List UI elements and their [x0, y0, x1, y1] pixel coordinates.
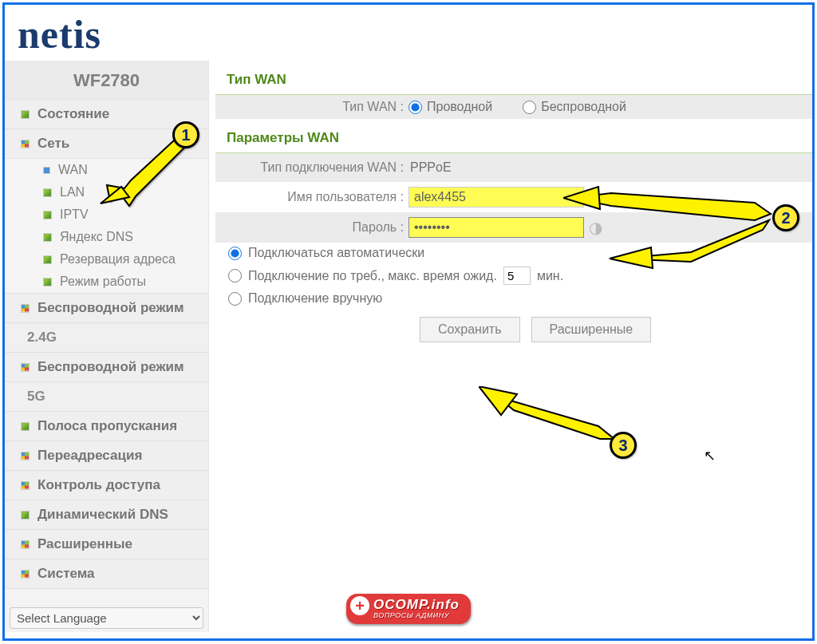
ondemand-minutes-input[interactable]: [503, 267, 531, 285]
radio-wireless[interactable]: Беспроводной: [523, 100, 626, 114]
sidebar-item-label: Беспроводной режим: [37, 359, 184, 375]
square-icon: [21, 452, 30, 460]
square-icon: [43, 278, 52, 286]
sidebar-item-24g[interactable]: 2.4G: [5, 323, 208, 353]
header: netis: [5, 5, 812, 61]
svg-marker-3: [563, 187, 600, 209]
sidebar-item-label: Расширенные: [37, 536, 132, 552]
sidebar-item-label: IPTV: [60, 207, 89, 222]
row-wan-type: Тип WAN : Проводной Беспроводной: [215, 95, 812, 119]
button-row: Сохранить Расширенные: [215, 309, 812, 342]
username-label: Имя пользователя :: [223, 190, 408, 204]
sidebar-item-workmode[interactable]: Режим работы: [5, 271, 208, 294]
radio-wireless-input[interactable]: [523, 101, 536, 114]
square-icon: [21, 304, 30, 313]
password-input[interactable]: [408, 217, 584, 238]
conn-type-label: Тип подключения WAN :: [223, 160, 408, 175]
svg-marker-2: [571, 193, 771, 220]
annotation-arrow-1: [93, 136, 188, 207]
sidebar-item-label: Беспроводной режим: [37, 300, 184, 316]
square-icon: [43, 167, 50, 174]
conn-type-select[interactable]: PPPoE: [408, 158, 453, 177]
sidebar-item-reservation[interactable]: Резервация адреса: [5, 248, 208, 271]
logo: netis: [13, 11, 804, 57]
username-input[interactable]: [408, 187, 584, 207]
sidebar-item-label: Резервация адреса: [60, 252, 176, 267]
square-icon: [21, 363, 30, 372]
main-panel: Тип WAN Тип WAN : Проводной Беспроводной…: [209, 61, 812, 632]
opt-manual[interactable]: Подключение вручную: [215, 288, 812, 309]
sidebar-item-yandexdns[interactable]: Яндекс DNS: [5, 226, 208, 248]
radio-wired-input[interactable]: [408, 101, 422, 114]
svg-marker-7: [479, 386, 517, 415]
annotation-marker-1: 1: [172, 121, 199, 148]
sidebar-item-label: Система: [37, 566, 95, 582]
watermark-title: OCOMP.info: [373, 597, 460, 612]
sidebar-item-label: Динамический DNS: [37, 507, 168, 523]
annotation-arrow-3: [479, 386, 630, 450]
sidebar-item-access[interactable]: Контроль доступа: [5, 471, 208, 500]
sidebar-item-label: WAN: [58, 163, 88, 177]
square-icon: [21, 140, 30, 148]
radio-auto[interactable]: [228, 247, 242, 260]
sidebar-item-forwarding[interactable]: Переадресация: [5, 441, 208, 471]
sidebar-item-wireless24[interactable]: Беспроводной режим: [5, 294, 208, 323]
annotation-marker-2: 2: [772, 204, 799, 231]
sidebar-item-ddns[interactable]: Динамический DNS: [5, 500, 208, 530]
model-label: WF2780: [5, 61, 208, 100]
watermark-subtitle: ВОПРОСЫ АДМИНУ: [373, 611, 460, 619]
row-conn-type: Тип подключения WAN : PPPoE: [215, 153, 812, 182]
password-label: Пароль :: [223, 220, 408, 235]
sidebar-item-5g[interactable]: 5G: [5, 382, 208, 412]
square-icon: [43, 211, 52, 219]
watermark: + OCOMP.info ВОПРОСЫ АДМИНУ: [346, 594, 471, 624]
square-icon: [43, 188, 52, 197]
square-icon: [43, 233, 52, 242]
sidebar-item-label: Контроль доступа: [37, 477, 160, 493]
sidebar-item-label: Состояние: [37, 106, 109, 122]
advanced-button[interactable]: Расширенные: [531, 317, 652, 342]
square-icon: [21, 110, 30, 119]
sidebar-item-bandwidth[interactable]: Полоса пропускания: [5, 412, 208, 441]
radio-wireless-label: Беспроводной: [541, 100, 626, 114]
annotation-marker-3: 3: [610, 432, 637, 459]
radio-manual[interactable]: [228, 292, 242, 306]
radio-wired-label: Проводной: [427, 100, 492, 114]
wan-type-label: Тип WAN :: [223, 100, 408, 114]
sidebar-item-label: LAN: [60, 185, 85, 200]
opt-ondemand-suf: мин.: [537, 269, 563, 283]
sidebar-item-label: Полоса пропускания: [37, 418, 177, 434]
watermark-badge: + OCOMP.info ВОПРОСЫ АДМИНУ: [346, 594, 471, 624]
sidebar-item-system[interactable]: Система: [5, 559, 208, 589]
sidebar-item-label: Яндекс DNS: [60, 230, 133, 244]
sidebar-item-advanced[interactable]: Расширенные: [5, 530, 208, 559]
annotation-arrow-2a: [563, 182, 779, 270]
square-icon: [21, 511, 30, 520]
plus-icon: +: [350, 596, 369, 615]
section-wan-type: Тип WAN: [215, 61, 812, 95]
svg-marker-5: [610, 247, 653, 268]
opt-manual-label: Подключение вручную: [248, 291, 382, 306]
sidebar-item-label: 5G: [27, 389, 45, 405]
radio-ondemand[interactable]: [228, 269, 242, 282]
square-icon: [21, 422, 30, 431]
sidebar-item-label: 2.4G: [27, 330, 57, 346]
square-icon: [21, 540, 30, 549]
section-wan-params: Параметры WAN: [215, 119, 812, 153]
save-button[interactable]: Сохранить: [420, 317, 520, 342]
radio-wired[interactable]: Проводной: [408, 100, 492, 114]
square-icon: [21, 570, 30, 579]
opt-auto-label: Подключаться автоматически: [248, 246, 424, 260]
opt-ondemand-pre: Подключение по треб., макс. время ожид.: [248, 269, 497, 283]
square-icon: [43, 255, 52, 264]
sidebar-item-wireless5[interactable]: Беспроводной режим: [5, 353, 208, 382]
language-select[interactable]: Select Language: [10, 607, 203, 629]
sidebar-item-label: Режим работы: [60, 275, 146, 289]
language-selector[interactable]: Select Language: [5, 604, 208, 632]
sidebar-item-label: Сеть: [37, 136, 69, 152]
square-icon: [21, 481, 30, 490]
sidebar-item-label: Переадресация: [37, 448, 142, 464]
cursor-icon: ↖: [704, 447, 716, 464]
